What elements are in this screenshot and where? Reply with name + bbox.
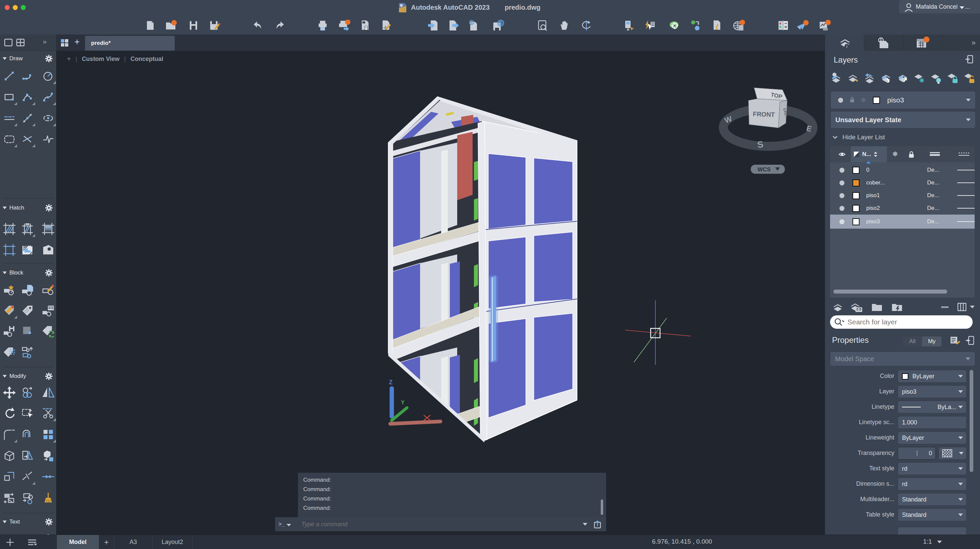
multileader-style-select[interactable]: Standard [898,493,967,506]
transparency-mode-button[interactable] [939,447,967,460]
tool-define-attribute[interactable] [19,302,36,320]
tool-join[interactable] [40,468,57,486]
close-button[interactable] [5,5,10,10]
layer-on-dot[interactable] [839,219,845,224]
quick-select-button[interactable] [643,19,656,32]
tool-construction-line[interactable] [1,109,18,127]
layer-row-cober[interactable]: cober...De... [830,177,975,189]
layer-walk-icon[interactable] [846,72,859,84]
share-button[interactable] [796,19,809,32]
chevron-down-icon[interactable] [937,541,942,543]
layer-on-dot[interactable] [839,180,845,185]
lineweight-column-icon[interactable] [929,152,940,157]
layer-swatch[interactable] [853,218,859,225]
filter-all-button[interactable]: All [903,336,922,347]
zoom-button[interactable] [21,5,26,10]
panel-list-icon[interactable] [27,538,38,547]
new-layout-button[interactable]: + [99,535,114,549]
layer-row-0[interactable]: 0De... [830,164,975,177]
command-options-caret-icon[interactable] [286,524,291,526]
new-layer-icon[interactable] [831,301,843,313]
tool-trim[interactable] [40,404,57,422]
user-menu[interactable]: Mafalda Concei... [899,0,980,13]
viewport-view-control[interactable]: Custom View [82,56,119,63]
tool-draw-order[interactable] [1,489,18,507]
move-to-current-layer-icon[interactable] [880,72,892,84]
tab-sheet-set[interactable] [904,35,942,51]
tool-move[interactable] [1,384,18,402]
layer-swatch[interactable] [853,192,859,199]
layer-lineweight[interactable]: De... [927,167,957,173]
plot-edit-button[interactable] [380,19,394,32]
tool-measure[interactable] [19,109,36,127]
dimension-style-select[interactable]: rd [898,478,967,490]
layer-row-piso3-selected[interactable]: piso3De... [830,215,975,229]
layer-lineweight[interactable]: De... [927,192,957,199]
viewport-grid-icon[interactable] [16,38,25,46]
section-hatch[interactable]: Hatch [0,204,56,212]
start-tab-grid-icon[interactable] [60,38,70,47]
tool-block-editor[interactable] [40,281,57,299]
minimize-button[interactable] [13,5,18,10]
lock-layer-icon[interactable] [946,72,959,84]
tool-scale[interactable] [1,468,18,486]
tab-a3[interactable]: A3 [114,535,153,549]
layer-search-input[interactable] [844,318,973,326]
layer-previous-icon[interactable] [863,72,876,84]
attach-button[interactable] [466,19,480,32]
tab-references[interactable] [864,35,904,51]
print-button[interactable] [316,19,329,32]
tab-layout2[interactable]: Layout2 [153,535,192,549]
tool-3d-box[interactable] [1,447,18,465]
tool-line[interactable] [1,67,18,85]
layer-on-dot[interactable] [839,168,845,173]
layer-row-piso2[interactable]: piso2De... [830,202,975,215]
online-map-button[interactable] [732,19,746,32]
tool-divide[interactable] [19,130,36,148]
section-draw[interactable]: Draw [0,54,56,63]
layer-linetype-sample[interactable] [957,195,975,196]
tool-attribute-display[interactable] [1,344,18,361]
layer-lineweight[interactable]: De... [927,180,957,186]
tool-break[interactable] [19,468,36,486]
tool-rectangle[interactable] [1,88,18,106]
gear-icon[interactable] [44,517,54,527]
tabbar-overflow-chevrons[interactable]: » [43,38,46,46]
command-history[interactable]: Command: Command: Command: Command: [298,473,606,519]
annotation-scale-value[interactable]: 1:1 [923,538,932,545]
tool-copy[interactable] [19,384,36,402]
linetype-column-icon[interactable] [958,152,970,157]
tool-revision-cloud[interactable] [1,130,18,148]
lock-column-icon[interactable] [907,150,916,158]
drawing-compare-button[interactable] [776,19,790,32]
layer-linetype-sample[interactable] [957,170,975,170]
tool-stretch[interactable] [19,404,36,422]
tool-attribute-manager[interactable] [40,302,57,320]
new-tab-button[interactable]: + [74,37,80,47]
command-share-icon[interactable] [593,520,602,529]
save-as-button[interactable] [208,19,221,32]
zoom-window-button[interactable] [536,19,550,32]
tool-polyline[interactable] [19,67,36,85]
color-select[interactable]: ByLayer [898,370,967,383]
isolate-layer-icon[interactable] [830,72,842,84]
new-file-button[interactable] [143,19,157,32]
file-tab-active[interactable]: predio* [85,36,175,51]
tool-boundary[interactable] [1,241,18,259]
tool-solid[interactable] [40,241,57,259]
tool-insert-block[interactable] [19,281,36,299]
layer-row-piso1[interactable]: piso1De... [830,189,975,202]
section-block[interactable]: Block [0,269,56,277]
transparency-field[interactable]: 0 [898,447,936,460]
tool-helix[interactable] [40,130,57,148]
freeze-layer-icon[interactable] [913,72,926,84]
copy-to-layer-icon[interactable] [896,72,909,84]
freeze-column-icon[interactable]: ❄ [892,150,898,158]
tool-replace-block[interactable] [19,344,36,361]
tool-arc[interactable] [19,88,36,106]
space-select[interactable]: Model Space [830,352,975,366]
tool-write-block[interactable] [1,322,18,340]
remove-filter-icon[interactable] [941,306,948,308]
tool-palettes-button[interactable] [622,19,636,32]
properties-scrollbar[interactable] [970,370,973,472]
